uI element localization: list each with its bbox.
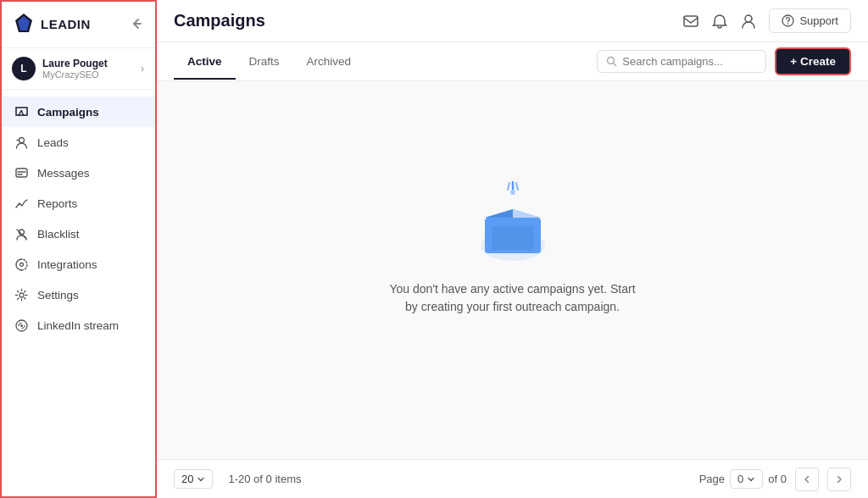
- search-input[interactable]: [622, 55, 749, 68]
- page-label: Page 0 of 0: [699, 469, 787, 489]
- of-label: of 0: [768, 473, 787, 485]
- sidebar-item-campaigns-label: Campaigns: [37, 106, 99, 119]
- topbar-icons: Support: [682, 8, 851, 33]
- svg-point-12: [20, 324, 23, 327]
- logo-text: LEADIN: [41, 17, 91, 31]
- bell-icon[interactable]: [711, 13, 728, 30]
- page-text: Page: [699, 473, 725, 485]
- svg-point-4: [19, 137, 24, 142]
- per-page-select[interactable]: 20: [174, 469, 213, 489]
- mail-icon[interactable]: [682, 13, 699, 30]
- sidebar-item-reports-label: Reports: [37, 197, 77, 210]
- leads-icon: [14, 135, 29, 150]
- next-page-button[interactable]: [827, 468, 851, 491]
- support-label: Support: [799, 14, 838, 27]
- svg-point-3: [20, 110, 22, 112]
- empty-state: You don't have any active campaigns yet.…: [157, 81, 868, 459]
- svg-line-8: [17, 230, 26, 239]
- svg-point-10: [19, 293, 24, 297]
- search-icon: [606, 56, 617, 67]
- settings-icon: [14, 287, 29, 302]
- sidebar-item-linkedin-label: LinkedIn stream: [37, 319, 119, 332]
- tab-active[interactable]: Active: [174, 45, 236, 80]
- reports-icon: [14, 196, 29, 211]
- user-info: Laure Pouget MyCrazySEO: [42, 58, 134, 80]
- sidebar-item-messages[interactable]: Messages: [0, 158, 156, 188]
- svg-rect-6: [16, 169, 27, 177]
- content: Active Drafts Archived + Create: [157, 42, 868, 498]
- sidebar-item-leads-label: Leads: [37, 136, 69, 149]
- create-button[interactable]: + Create: [775, 47, 851, 75]
- per-page-value: 20: [181, 473, 193, 485]
- sidebar-item-integrations-label: Integrations: [37, 258, 97, 271]
- per-page-chevron-icon: [197, 475, 205, 484]
- sidebar-item-settings-label: Settings: [37, 289, 79, 302]
- pagination-bar: 20 1-20 of 0 items Page 0 of 0: [157, 459, 868, 498]
- blacklist-icon: [14, 226, 29, 241]
- tab-drafts[interactable]: Drafts: [236, 45, 293, 80]
- topbar: Campaigns Support: [157, 0, 868, 42]
- user-subtitle: MyCrazySEO: [42, 69, 134, 80]
- linkedin-icon: [14, 318, 29, 333]
- collapse-button[interactable]: [129, 16, 144, 31]
- page-select[interactable]: 0: [730, 469, 763, 489]
- svg-point-16: [787, 23, 789, 25]
- page-chevron-icon: [747, 475, 755, 484]
- user-icon[interactable]: [740, 13, 757, 30]
- campaigns-icon: [14, 104, 29, 119]
- sidebar-item-settings[interactable]: Settings: [0, 279, 156, 310]
- sidebar-item-messages-label: Messages: [37, 167, 90, 180]
- integrations-icon: [14, 257, 29, 272]
- user-profile[interactable]: L Laure Pouget MyCrazySEO ›: [0, 48, 156, 90]
- user-arrow-icon: ›: [141, 63, 144, 75]
- sidebar-item-campaigns[interactable]: Campaigns: [0, 97, 156, 127]
- sidebar-header: LEADIN: [0, 0, 156, 48]
- page-value: 0: [737, 473, 743, 485]
- svg-line-18: [614, 64, 616, 66]
- svg-line-23: [508, 183, 509, 190]
- sidebar-item-blacklist-label: Blacklist: [37, 228, 80, 241]
- pagination-range: 1-20 of 0 items: [228, 473, 301, 485]
- user-name: Laure Pouget: [42, 58, 134, 69]
- svg-point-14: [745, 15, 752, 22]
- support-button[interactable]: Support: [769, 8, 851, 33]
- main-area: Campaigns Support Active Drafts Archived: [157, 0, 868, 498]
- sidebar-item-integrations[interactable]: Integrations: [0, 249, 156, 279]
- empty-state-text: You don't have any active campaigns yet.…: [389, 280, 635, 316]
- svg-line-24: [516, 183, 518, 190]
- sidebar: LEADIN L Laure Pouget MyCrazySEO › Campa…: [0, 0, 157, 498]
- prev-page-button[interactable]: [795, 468, 819, 491]
- svg-rect-21: [492, 226, 534, 250]
- page-title: Campaigns: [174, 11, 672, 30]
- svg-point-9: [19, 263, 23, 266]
- sidebar-item-reports[interactable]: Reports: [0, 188, 156, 219]
- logo: LEADIN: [12, 12, 91, 36]
- messages-icon: [14, 165, 29, 180]
- search-box[interactable]: [597, 50, 766, 73]
- tab-archived[interactable]: Archived: [293, 45, 365, 80]
- empty-state-illustration: [466, 174, 559, 267]
- svg-point-25: [510, 190, 515, 195]
- avatar: L: [12, 57, 36, 80]
- sidebar-item-leads[interactable]: Leads: [0, 127, 156, 158]
- tab-bar: Active Drafts Archived + Create: [157, 42, 868, 81]
- nav-menu: Campaigns Leads Messages: [0, 90, 156, 498]
- sidebar-item-blacklist[interactable]: Blacklist: [0, 219, 156, 249]
- sidebar-item-linkedin-stream[interactable]: LinkedIn stream: [0, 310, 156, 340]
- svg-rect-13: [684, 16, 698, 26]
- logo-icon: [12, 12, 36, 36]
